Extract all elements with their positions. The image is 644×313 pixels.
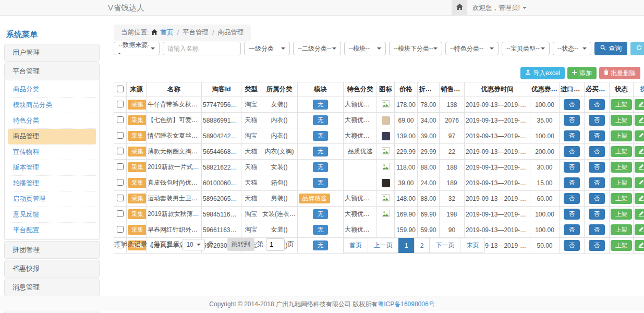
upload-icon — [525, 69, 531, 77]
sidebar-item-2[interactable]: 商品分类 — [8, 82, 96, 98]
filter-select-4[interactable]: --模块下分类-- — [389, 42, 442, 55]
row-checkbox[interactable] — [117, 179, 124, 186]
status-button[interactable]: 上架 — [611, 99, 632, 110]
sidebar-group-13[interactable]: 省惠快报 — [4, 260, 100, 278]
import-toggle[interactable]: 否 — [564, 224, 580, 235]
sidebar-item-9[interactable]: 启动页管理 — [8, 191, 96, 207]
feature-category: 大额优惠券 — [344, 97, 377, 113]
filter-select-0[interactable]: --数据来源-- — [114, 42, 160, 55]
row-select-cell — [114, 97, 127, 113]
filter-select-6[interactable]: --宝贝类型-- — [502, 42, 550, 55]
filter-select-3[interactable]: --模块-- — [344, 42, 386, 55]
product-category: 箱包() — [261, 175, 298, 191]
sidebar-item-3[interactable]: 模块商品分类 — [8, 98, 96, 113]
status-button[interactable]: 上架 — [611, 177, 632, 188]
must-buy-toggle[interactable]: 否 — [589, 177, 605, 188]
breadcrumb-home-link[interactable]: 首页 — [160, 28, 173, 37]
status-button[interactable]: 上架 — [611, 162, 632, 173]
sidebar-item-11[interactable]: 平台配置 — [8, 223, 96, 238]
status-button[interactable]: 上架 — [611, 115, 632, 126]
must-buy-toggle[interactable]: 否 — [589, 224, 605, 235]
page-button-4[interactable]: 下一页 — [429, 238, 460, 253]
edit-button[interactable] — [635, 130, 644, 141]
add-button[interactable]: 添加 — [567, 67, 597, 79]
column-header-5: 模块 — [298, 82, 344, 97]
reset-button[interactable]: 重置 — [630, 42, 644, 55]
batch-delete-button[interactable]: 批量删除 — [599, 67, 640, 79]
search-button[interactable]: 查询 — [594, 42, 627, 55]
import-toggle[interactable]: 否 — [564, 193, 580, 204]
row-checkbox[interactable] — [117, 148, 124, 154]
status-button[interactable]: 上架 — [611, 193, 632, 204]
import-toggle[interactable]: 否 — [564, 162, 580, 173]
page-button-1[interactable]: 上一页 — [368, 238, 399, 253]
filter-select-1[interactable]: 一级分类 — [244, 42, 290, 55]
per-page-select[interactable]: 10 — [182, 239, 204, 250]
must-buy-toggle[interactable]: 否 — [589, 130, 605, 141]
sidebar-item-5[interactable]: 商品管理 — [8, 129, 96, 145]
import-toggle[interactable]: 否 — [564, 115, 580, 126]
filter-select-2[interactable]: --二级分类-- — [293, 42, 341, 55]
must-buy-toggle[interactable]: 否 — [589, 115, 605, 126]
import-excel-button[interactable]: 导入excel — [520, 67, 565, 79]
must-buy-toggle[interactable]: 否 — [589, 162, 605, 173]
name-search-input[interactable] — [163, 42, 241, 55]
source-badge: 采集 — [128, 100, 147, 110]
edit-button[interactable] — [635, 115, 644, 126]
edit-button[interactable] — [635, 193, 644, 204]
import-toggle[interactable]: 否 — [564, 177, 580, 188]
row-checkbox[interactable] — [117, 101, 124, 107]
import-toggle[interactable]: 否 — [564, 99, 580, 110]
jump-page-input[interactable] — [266, 238, 285, 251]
must-buy-toggle[interactable]: 否 — [589, 99, 605, 110]
select-all-checkbox[interactable] — [117, 86, 124, 92]
must-buy-toggle[interactable]: 否 — [589, 146, 605, 157]
sidebar-item-4[interactable]: 特色分类 — [8, 113, 96, 129]
edit-button[interactable] — [635, 224, 644, 235]
page-button-5[interactable]: 末页 — [460, 238, 485, 253]
sidebar-group-14[interactable]: 消息管理 — [4, 279, 100, 296]
edit-button[interactable] — [635, 177, 644, 188]
must-buy-toggle[interactable]: 否 — [589, 193, 605, 204]
import-toggle[interactable]: 否 — [564, 146, 580, 157]
page-button-3[interactable]: 2 — [414, 238, 430, 253]
row-checkbox[interactable] — [117, 132, 124, 139]
import-toggle[interactable]: 否 — [564, 130, 580, 141]
edit-button[interactable] — [635, 146, 644, 157]
caret-down-icon — [490, 47, 494, 50]
icp-link[interactable]: 粤ICP备16098006号 — [378, 300, 434, 308]
filter-select-7[interactable]: --状态-- — [553, 42, 591, 55]
import-toggle[interactable]: 否 — [564, 209, 580, 220]
row-checkbox[interactable] — [117, 195, 124, 201]
filter-select-5[interactable]: --特色分类-- — [445, 42, 499, 55]
jump-button[interactable]: 跳转到 — [227, 238, 254, 251]
row-checkbox[interactable] — [117, 226, 124, 233]
row-checkbox[interactable] — [117, 210, 124, 217]
status-button[interactable]: 上架 — [611, 146, 632, 157]
sidebar-item-7[interactable]: 版本管理 — [8, 160, 96, 176]
product-thumbnail — [382, 132, 390, 140]
sidebar-group-1[interactable]: 平台管理 — [4, 63, 100, 80]
sidebar-item-8[interactable]: 轮播管理 — [8, 176, 96, 191]
page-button-2[interactable]: 1 — [398, 238, 415, 253]
must-buy-toggle[interactable]: 否 — [589, 209, 605, 220]
sidebar-group-0[interactable]: 用户管理 — [4, 44, 100, 62]
sidebar-item-10[interactable]: 意见反馈 — [8, 207, 96, 223]
edit-button[interactable] — [635, 99, 644, 110]
edit-button[interactable] — [635, 209, 644, 220]
breadcrumb-separator: / — [212, 29, 214, 37]
sales-count: 138 — [440, 97, 465, 113]
status-button[interactable]: 上架 — [611, 130, 632, 141]
price: 69.00 — [395, 113, 418, 128]
image-placeholder-icon — [382, 102, 390, 109]
status-button[interactable]: 上架 — [611, 224, 632, 235]
product-type: 天猫 — [241, 160, 261, 175]
row-checkbox[interactable] — [117, 116, 124, 123]
page-button-0[interactable]: 首页 — [343, 238, 368, 253]
product-type: 淘宝 — [241, 128, 261, 144]
row-checkbox[interactable] — [117, 163, 124, 170]
sidebar-group-12[interactable]: 拼团管理 — [4, 241, 100, 259]
status-button[interactable]: 上架 — [611, 209, 632, 220]
sidebar-item-6[interactable]: 宣传物料 — [8, 145, 96, 160]
edit-button[interactable] — [635, 162, 644, 173]
